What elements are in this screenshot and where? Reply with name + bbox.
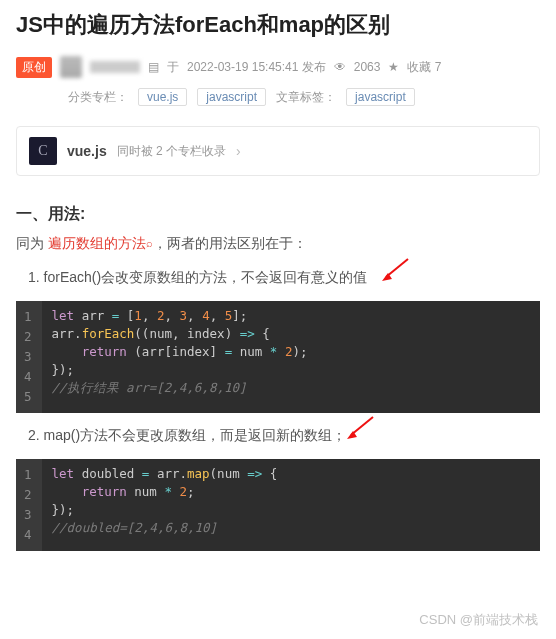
t: (num [210, 466, 248, 481]
t: [ [119, 308, 134, 323]
svg-line-2 [351, 417, 373, 435]
eye-icon: 👁 [334, 60, 346, 74]
t: arr [74, 308, 112, 323]
t: arr [149, 466, 179, 481]
t: let [52, 308, 75, 323]
search-icon[interactable]: ⌕ [146, 237, 153, 249]
t [172, 484, 180, 499]
t: * [164, 484, 172, 499]
author-name[interactable] [90, 61, 140, 73]
line-num: 1 [16, 465, 42, 485]
list-item: 1. forEach()会改变原数组的方法，不会返回有意义的值 [16, 269, 540, 287]
code-content: let doubled = arr.map(num => { return nu… [42, 459, 288, 551]
intro-post: ，两者的用法区别在于： [153, 235, 307, 251]
intro-text: 同为 遍历数组的方法⌕，两者的用法区别在于： [16, 235, 540, 253]
original-badge: 原创 [16, 57, 52, 78]
t: , [187, 308, 202, 323]
t: }); [52, 362, 75, 377]
pub-prefix: 于 [167, 59, 179, 76]
t: 3 [180, 308, 188, 323]
collection-icon: C [29, 137, 57, 165]
t: //doubled=[2,4,6,8,10] [52, 520, 218, 535]
category-tag[interactable]: vue.js [138, 88, 187, 106]
tags-row: 分类专栏： vue.js javascript 文章标签： javascript [0, 82, 556, 116]
article-tag[interactable]: javascript [346, 88, 415, 106]
t: ); [292, 344, 307, 359]
t: }); [52, 502, 75, 517]
t: num [127, 484, 165, 499]
line-num: 2 [16, 327, 42, 347]
line-num: 5 [16, 387, 42, 407]
intro-link[interactable]: 遍历数组的方法 [48, 235, 146, 251]
section-heading: 一、用法: [16, 204, 540, 225]
t: => [240, 326, 255, 341]
collection-sub: 同时被 2 个专栏收录 [117, 143, 226, 160]
t: ((num, index) [134, 326, 239, 341]
t: doubled [74, 466, 142, 481]
t: 1 [134, 308, 142, 323]
t: arr [52, 326, 75, 341]
star-icon: ★ [388, 60, 399, 74]
t: forEach [82, 326, 135, 341]
code-block: 1 2 3 4 let doubled = arr.map(num => { r… [16, 459, 540, 551]
line-gutter: 1 2 3 4 5 [16, 301, 42, 413]
category-label: 分类专栏： [68, 89, 128, 106]
code-block: 1 2 3 4 5 let arr = [1, 2, 3, 4, 5];arr.… [16, 301, 540, 413]
intro-pre: 同为 [16, 235, 48, 251]
svg-line-0 [386, 259, 408, 277]
line-num: 1 [16, 307, 42, 327]
t: return [52, 344, 127, 359]
t: . [74, 326, 82, 341]
meta-row: 原创 ▤ 于 2022-03-19 15:45:41 发布 👁 2063 ★ 收… [0, 52, 556, 82]
article-tag-label: 文章标签： [276, 89, 336, 106]
code-content: let arr = [1, 2, 3, 4, 5];arr.forEach((n… [42, 301, 318, 413]
t [277, 344, 285, 359]
t: let [52, 466, 75, 481]
t: //执行结果 arr=[2,4,6,8,10] [52, 380, 247, 395]
t: { [255, 326, 270, 341]
line-num: 2 [16, 485, 42, 505]
list-item: 2. map()方法不会更改原数组，而是返回新的数组； [16, 427, 540, 445]
arrow-icon [380, 257, 410, 281]
line-gutter: 1 2 3 4 [16, 459, 42, 551]
article-icon: ▤ [148, 60, 159, 74]
line-num: 4 [16, 367, 42, 387]
t: { [262, 466, 277, 481]
pub-time: 2022-03-19 15:45:41 发布 [187, 59, 326, 76]
t: , [164, 308, 179, 323]
t: , [210, 308, 225, 323]
line-num: 3 [16, 505, 42, 525]
collection-card[interactable]: C vue.js 同时被 2 个专栏收录 › [16, 126, 540, 176]
collect-count: 收藏 7 [407, 59, 441, 76]
t: , [142, 308, 157, 323]
t: 2 [180, 484, 188, 499]
line-num: 4 [16, 525, 42, 545]
article-content: 一、用法: 同为 遍历数组的方法⌕，两者的用法区别在于： 1. forEach(… [0, 186, 556, 551]
arrow-icon [345, 415, 375, 439]
author-avatar[interactable] [60, 56, 82, 78]
t: return [52, 484, 127, 499]
t: ; [187, 484, 195, 499]
t: . [179, 466, 187, 481]
chevron-right-icon: › [236, 143, 241, 159]
t: map [187, 466, 210, 481]
t: 4 [202, 308, 210, 323]
t: num [232, 344, 270, 359]
views-count: 2063 [354, 60, 381, 74]
t: (arr[index] [127, 344, 225, 359]
line-num: 3 [16, 347, 42, 367]
page-title: JS中的遍历方法forEach和map的区别 [0, 0, 556, 52]
collection-name: vue.js [67, 143, 107, 159]
category-tag[interactable]: javascript [197, 88, 266, 106]
t: ]; [232, 308, 247, 323]
t: => [247, 466, 262, 481]
